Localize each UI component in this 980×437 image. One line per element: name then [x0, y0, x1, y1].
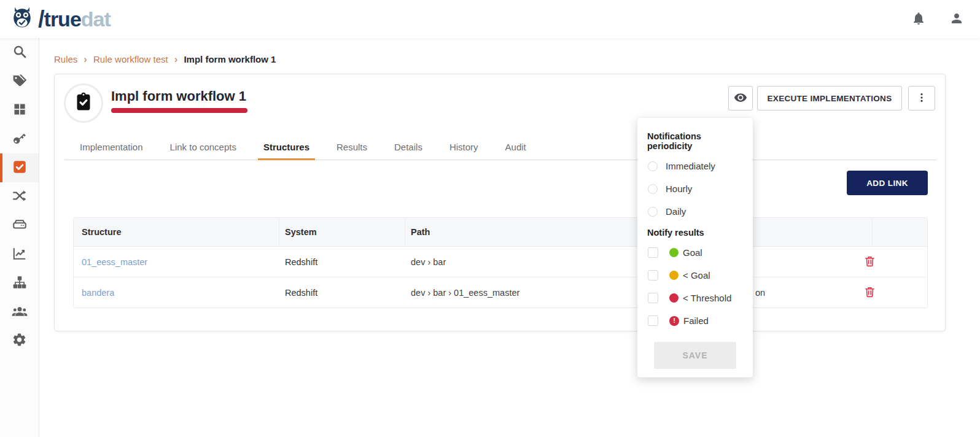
tab-history[interactable]: History	[444, 136, 484, 160]
sitemap-icon	[12, 274, 28, 293]
checkbox-unchecked-icon[interactable]	[648, 270, 658, 280]
logo-brand-secondary: dat	[81, 7, 111, 31]
checkbox-option-failed[interactable]: Failed	[637, 309, 753, 332]
sidebar-item-users[interactable]	[0, 298, 39, 327]
sidebar-item-permissions[interactable]	[0, 125, 39, 153]
chevron-right-icon: ›	[174, 54, 178, 64]
search-icon	[12, 44, 28, 62]
radio-label: Hourly	[666, 184, 692, 194]
sidebar-item-systems[interactable]	[0, 211, 39, 240]
checkbox-option-lt-goal[interactable]: < Goal	[637, 264, 753, 287]
structure-link[interactable]: 01_eess_master	[82, 257, 147, 267]
radio-label: Immediately	[666, 161, 715, 171]
logo-slash: /	[38, 6, 44, 33]
radio-unchecked-icon[interactable]	[648, 207, 658, 217]
checkbox-label: < Threshold	[683, 293, 731, 303]
tab-bar: Implementation Link to concepts Structur…	[64, 136, 936, 160]
radio-unchecked-icon[interactable]	[648, 161, 658, 171]
notifications-bell-button[interactable]	[911, 11, 926, 28]
checkbox-unchecked-icon[interactable]	[648, 293, 658, 303]
notifications-popup: Notifications periodicity Immediately Ho…	[637, 118, 753, 377]
tab-structures[interactable]: Structures	[258, 136, 315, 160]
trash-icon	[863, 285, 876, 300]
sidebar	[0, 38, 39, 437]
preview-eye-button[interactable]	[728, 86, 753, 110]
checkbox-unchecked-icon[interactable]	[648, 315, 658, 326]
system-cell: Redshift	[285, 288, 317, 298]
radio-option-daily[interactable]: Daily	[637, 200, 753, 223]
table-row: bandera Redshift dev › bar › 01_eess_mas…	[74, 277, 927, 308]
table-row: 01_eess_master Redshift dev › bar	[74, 247, 927, 277]
col-header-system: System	[285, 227, 317, 237]
sidebar-item-settings[interactable]	[0, 327, 39, 355]
dashboard-grid-icon	[12, 102, 27, 119]
more-options-button[interactable]	[908, 86, 935, 110]
add-link-button[interactable]: ADD LINK	[847, 171, 928, 195]
systems-drive-icon	[12, 217, 28, 235]
sidebar-item-lineage[interactable]	[0, 182, 39, 211]
tab-link-to-concepts[interactable]: Link to concepts	[165, 136, 242, 160]
eye-icon	[734, 91, 747, 106]
quality-check-icon	[12, 159, 28, 177]
partially-hidden-cell: on	[755, 288, 765, 298]
chevron-right-icon: ›	[84, 54, 87, 64]
execute-implementations-button[interactable]: EXECUTE IMPLEMENTATIONS	[757, 86, 902, 110]
tab-details[interactable]: Details	[389, 136, 428, 160]
clipboard-check-icon	[72, 91, 95, 115]
tab-implementation[interactable]: Implementation	[74, 136, 149, 160]
topbar: / true dat	[0, 0, 980, 38]
logo-brand-primary: true	[44, 7, 81, 31]
checkbox-label: Goal	[683, 247, 702, 258]
truedat-logo[interactable]: / true dat	[9, 4, 111, 34]
bell-icon	[911, 11, 926, 28]
periodicity-title: Notifications periodicity	[647, 131, 743, 151]
checkbox-unchecked-icon[interactable]	[648, 247, 658, 258]
checkbox-option-lt-threshold[interactable]: < Threshold	[637, 287, 753, 309]
breadcrumb-rule-workflow-test[interactable]: Rule workflow test	[93, 54, 168, 64]
path-cell: dev › bar › 01_eess_master	[411, 288, 519, 298]
tab-audit[interactable]: Audit	[500, 136, 532, 160]
header-actions: EXECUTE IMPLEMENTATIONS	[728, 86, 935, 110]
checkbox-label: < Goal	[683, 270, 710, 280]
structure-link[interactable]: bandera	[82, 288, 114, 298]
table-header-row: Structure System Path	[74, 218, 927, 247]
implementation-card: Impl form workflow 1 EXECUTE IMPLEMENTAT…	[54, 74, 946, 331]
main-content: Rules › Rule workflow test › Impl form w…	[39, 38, 980, 437]
column-divider	[405, 218, 405, 246]
checkbox-option-goal[interactable]: Goal	[637, 241, 753, 264]
lt-threshold-dot-icon	[669, 293, 679, 303]
system-cell: Redshift	[285, 257, 317, 267]
breadcrumb-rules[interactable]: Rules	[54, 54, 77, 64]
sidebar-item-stats[interactable]	[0, 240, 39, 269]
title-underline-bar	[111, 108, 247, 113]
tab-results[interactable]: Results	[331, 136, 373, 160]
implementation-avatar	[64, 83, 103, 123]
lineage-shuffle-icon	[12, 188, 28, 206]
delete-structure-button[interactable]	[863, 285, 876, 300]
stats-chart-icon	[12, 246, 28, 264]
user-icon	[949, 11, 964, 28]
radio-option-immediately[interactable]: Immediately	[637, 155, 753, 177]
user-menu-button[interactable]	[949, 11, 964, 28]
breadcrumb: Rules › Rule workflow test › Impl form w…	[54, 54, 276, 64]
key-icon	[12, 130, 28, 149]
sidebar-item-tags[interactable]	[0, 67, 39, 96]
failed-exclamation-icon	[669, 316, 679, 326]
path-cell: dev › bar	[411, 257, 446, 267]
sidebar-item-search[interactable]	[0, 38, 39, 67]
sidebar-item-quality-active[interactable]	[0, 153, 39, 182]
sidebar-item-dashboard[interactable]	[0, 96, 39, 125]
column-divider	[279, 218, 279, 246]
users-icon	[11, 303, 28, 322]
radio-unchecked-icon[interactable]	[648, 184, 658, 194]
delete-structure-button[interactable]	[863, 255, 876, 269]
radio-option-hourly[interactable]: Hourly	[637, 177, 753, 200]
save-button[interactable]: SAVE	[654, 342, 736, 369]
lt-goal-dot-icon	[669, 271, 679, 280]
sidebar-item-structures[interactable]	[0, 269, 39, 298]
page-title: Impl form workflow 1	[111, 88, 246, 104]
column-divider	[872, 218, 873, 246]
checkbox-label: Failed	[683, 315, 709, 326]
trash-icon	[863, 255, 876, 269]
structures-table: Structure System Path 01_eess_master Red…	[73, 217, 928, 308]
